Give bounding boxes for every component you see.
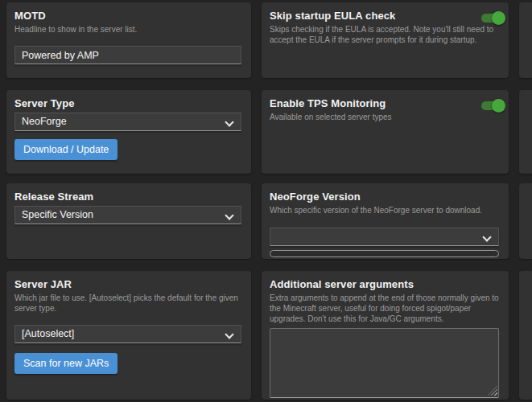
- release-stream-select[interactable]: Specific Version: [14, 206, 241, 224]
- partial-card-row4: [519, 271, 532, 400]
- neoforge-version-title: NeoForge Version: [270, 191, 499, 203]
- toggle-knob: [492, 11, 505, 25]
- settings-page: MOTD Headline to show in the server list…: [0, 0, 532, 402]
- toggle-knob: [492, 99, 505, 113]
- card-neoforge-version: NeoForge Version Which specific version …: [262, 183, 509, 259]
- motd-input[interactable]: [14, 46, 241, 64]
- partial-card-row1: [519, 2, 532, 78]
- server-jar-select[interactable]: [Autoselect]: [14, 325, 241, 343]
- partial-card-row3: [519, 183, 532, 259]
- additional-args-subtitle: Extra arguments to append at the end of …: [270, 293, 499, 324]
- motd-title: MOTD: [14, 10, 241, 22]
- additional-args-textarea[interactable]: [270, 328, 499, 398]
- tps-toggle[interactable]: [481, 99, 505, 113]
- server-jar-title: Server JAR: [14, 278, 241, 290]
- neoforge-version-select[interactable]: [270, 228, 499, 246]
- card-server-jar: Server JAR Which jar file to use. [Autos…: [6, 271, 251, 400]
- card-release-stream: Release Stream Specific Version: [6, 183, 251, 259]
- skip-eula-toggle[interactable]: [481, 11, 505, 25]
- release-stream-select-value: Specific Version: [22, 209, 93, 220]
- card-motd: MOTD Headline to show in the server list…: [6, 2, 251, 78]
- tps-subtitle: Available on selected server types: [270, 112, 499, 122]
- chevron-down-icon: [225, 117, 233, 126]
- card-skip-eula-check: Skip startup EULA check Skips checking i…: [262, 2, 509, 78]
- scan-jars-button[interactable]: Scan for new JARs: [14, 353, 118, 374]
- partial-card-row2: [519, 90, 532, 174]
- motd-subtitle: Headline to show in the server list.: [14, 24, 241, 35]
- chevron-down-icon: [225, 330, 233, 338]
- card-server-type: Server Type NeoForge Download / Update: [6, 90, 251, 174]
- server-jar-subtitle: Which jar file to use. [Autoselect] pick…: [14, 293, 241, 314]
- additional-args-title: Additional server arguments: [270, 278, 499, 290]
- tps-title: Enable TPS Monitoring: [270, 97, 499, 109]
- chevron-down-icon: [225, 211, 233, 219]
- additional-args-field: [270, 328, 499, 398]
- release-stream-title: Release Stream: [14, 191, 241, 203]
- server-jar-select-value: [Autoselect]: [22, 328, 74, 339]
- download-progress-bar: [270, 250, 499, 257]
- card-additional-args: Additional server arguments Extra argume…: [262, 271, 509, 400]
- skip-eula-subtitle: Skips checking if the EULA is accepted. …: [270, 24, 499, 45]
- skip-eula-title: Skip startup EULA check: [270, 10, 499, 22]
- neoforge-version-subtitle: Which specific version of the NeoForge s…: [270, 205, 499, 215]
- download-update-button[interactable]: Download / Update: [14, 139, 118, 160]
- chevron-down-icon: [482, 232, 491, 241]
- server-type-title: Server Type: [14, 97, 241, 109]
- server-type-select[interactable]: NeoForge: [14, 113, 241, 131]
- server-type-select-value: NeoForge: [22, 116, 67, 127]
- card-tps-monitoring: Enable TPS Monitoring Available on selec…: [262, 90, 509, 174]
